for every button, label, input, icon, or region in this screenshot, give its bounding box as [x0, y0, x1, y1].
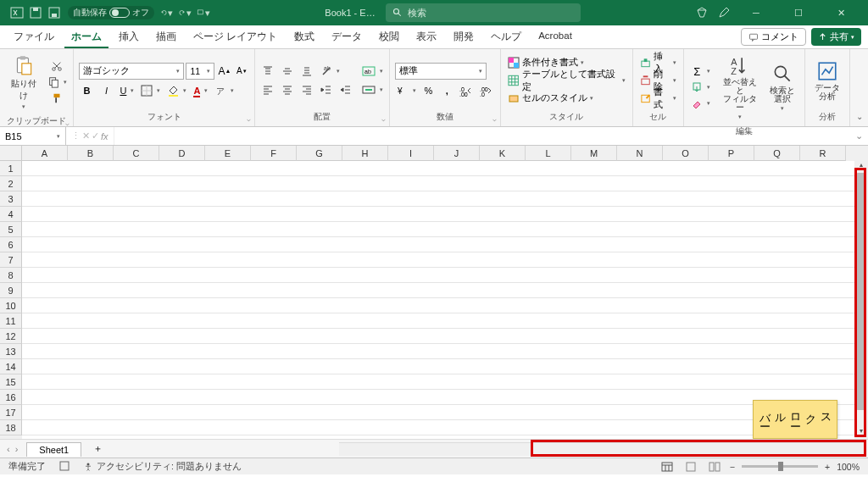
- find-select-button[interactable]: 検索と 選択▾: [765, 59, 799, 115]
- page-break-view-button[interactable]: [706, 460, 723, 474]
- underline-button[interactable]: U: [118, 83, 135, 98]
- phonetic-button[interactable]: ア: [213, 83, 235, 98]
- zoom-in-button[interactable]: +: [825, 462, 830, 472]
- row-header[interactable]: 2: [0, 176, 22, 191]
- vertical-scrollbar[interactable]: ▴ ▾: [854, 161, 868, 439]
- copy-button[interactable]: [46, 75, 68, 90]
- autosave-toggle[interactable]: 自動保存 オフ: [68, 6, 154, 19]
- bold-button[interactable]: B: [79, 83, 94, 98]
- name-box[interactable]: B15▾: [0, 127, 66, 145]
- redo-icon[interactable]: ▾: [178, 6, 192, 19]
- tab-draw[interactable]: 描画: [149, 27, 183, 48]
- format-painter-button[interactable]: [46, 91, 68, 106]
- row-header[interactable]: 4: [0, 207, 22, 222]
- cell-styles-button[interactable]: セルのスタイル ▾: [506, 90, 626, 107]
- vscroll-track[interactable]: [854, 173, 868, 427]
- increase-decimal-button[interactable]: .0.00: [458, 83, 475, 98]
- format-as-table-button[interactable]: テーブルとして書式設定 ▾: [506, 72, 626, 89]
- row-header[interactable]: 7: [0, 252, 22, 268]
- col-header[interactable]: Q: [754, 146, 800, 161]
- col-header[interactable]: I: [388, 146, 434, 161]
- col-header[interactable]: D: [159, 146, 205, 161]
- cells-grid[interactable]: [22, 161, 868, 439]
- scroll-up-button[interactable]: ▴: [854, 161, 868, 173]
- currency-button[interactable]: ¥: [395, 83, 417, 98]
- row-header[interactable]: 9: [0, 283, 22, 298]
- comma-button[interactable]: ,: [439, 83, 454, 98]
- align-right-button[interactable]: [299, 82, 314, 97]
- quick-save2-icon[interactable]: [47, 6, 61, 19]
- row-header[interactable]: 13: [0, 344, 22, 359]
- scroll-down-button[interactable]: ▾: [854, 427, 868, 439]
- row-header[interactable]: 16: [0, 390, 22, 405]
- sheet-next-button[interactable]: ›: [15, 444, 19, 454]
- tab-page-layout[interactable]: ページ レイアウト: [186, 27, 284, 48]
- indent-decrease-button[interactable]: [319, 82, 334, 97]
- row-header[interactable]: 17: [0, 405, 22, 420]
- row-header[interactable]: 10: [0, 298, 22, 313]
- col-header[interactable]: K: [480, 146, 526, 161]
- col-header[interactable]: E: [205, 146, 251, 161]
- select-all-corner[interactable]: [0, 146, 22, 161]
- quick-save-icon[interactable]: [29, 6, 42, 19]
- row-header[interactable]: 15: [0, 374, 22, 390]
- align-bottom-button[interactable]: [299, 64, 314, 79]
- row-header[interactable]: 11: [0, 313, 22, 329]
- fill-button[interactable]: [689, 80, 711, 95]
- formula-expand-button[interactable]: ⌄: [850, 130, 868, 141]
- maximize-button[interactable]: ☐: [782, 0, 815, 25]
- minimize-button[interactable]: ─: [739, 0, 773, 25]
- cancel-formula-button[interactable]: ✕: [82, 130, 90, 141]
- cut-button[interactable]: [46, 58, 68, 74]
- row-header[interactable]: 3: [0, 191, 22, 207]
- clear-button[interactable]: [689, 96, 711, 111]
- sheet-tab-active[interactable]: Sheet1: [26, 442, 81, 457]
- zoom-slider[interactable]: [742, 465, 818, 468]
- wrap-text-button[interactable]: ab: [360, 64, 384, 79]
- font-color-button[interactable]: A: [192, 83, 209, 98]
- comments-button[interactable]: コメント: [741, 28, 806, 46]
- col-header[interactable]: G: [297, 146, 342, 161]
- border-button[interactable]: [139, 83, 161, 98]
- pen-icon[interactable]: [717, 6, 731, 19]
- quick-customize-icon[interactable]: ▾: [197, 6, 210, 19]
- tab-data[interactable]: データ: [325, 27, 369, 48]
- row-header[interactable]: 12: [0, 329, 22, 344]
- ribbon-collapse-button[interactable]: ⌄: [850, 49, 868, 126]
- align-top-button[interactable]: [260, 64, 275, 79]
- status-macro-icon[interactable]: [59, 461, 70, 473]
- percent-button[interactable]: %: [420, 83, 436, 98]
- tab-developer[interactable]: 開発: [447, 27, 481, 48]
- increase-font-button[interactable]: A▲: [216, 64, 232, 79]
- fx-button[interactable]: fx: [101, 131, 108, 141]
- normal-view-button[interactable]: [659, 460, 676, 474]
- zoom-out-button[interactable]: −: [730, 462, 735, 472]
- col-header[interactable]: M: [571, 146, 617, 161]
- col-header[interactable]: R: [800, 146, 846, 161]
- merge-button[interactable]: [360, 82, 384, 97]
- close-button[interactable]: ✕: [824, 0, 858, 25]
- font-name-select[interactable]: 游ゴシック▾: [79, 63, 184, 80]
- accessibility-status[interactable]: アクセシビリティ: 問題ありません: [83, 461, 242, 473]
- autosum-button[interactable]: Σ: [689, 64, 711, 79]
- diamond-icon[interactable]: [695, 6, 709, 19]
- font-size-select[interactable]: 11▾: [186, 63, 214, 80]
- col-header[interactable]: N: [617, 146, 663, 161]
- page-layout-view-button[interactable]: [682, 460, 699, 474]
- col-header[interactable]: L: [526, 146, 571, 161]
- zoom-level[interactable]: 100%: [837, 462, 860, 472]
- decrease-font-button[interactable]: A▼: [234, 64, 249, 79]
- share-button[interactable]: 共有 ▾: [811, 28, 861, 46]
- paste-button[interactable]: 貼り付け ▾: [5, 51, 42, 114]
- fill-color-button[interactable]: [165, 83, 187, 98]
- row-header[interactable]: 14: [0, 359, 22, 374]
- col-header[interactable]: C: [114, 146, 159, 161]
- horizontal-scrollbar[interactable]: ⋮ ◂ ▸: [339, 442, 865, 456]
- col-header[interactable]: H: [342, 146, 388, 161]
- data-analysis-button[interactable]: データ 分析: [810, 57, 844, 104]
- orientation-button[interactable]: ab: [319, 64, 341, 79]
- col-header[interactable]: J: [434, 146, 480, 161]
- row-header[interactable]: 1: [0, 161, 22, 176]
- tab-home[interactable]: ホーム: [64, 27, 108, 48]
- row-header[interactable]: 18: [0, 420, 22, 435]
